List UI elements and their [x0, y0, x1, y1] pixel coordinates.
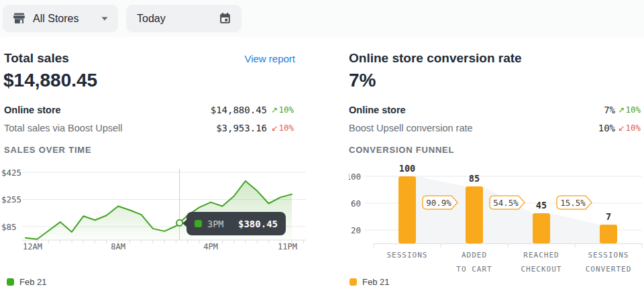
- conversion-rate-label: 90.9%: [426, 198, 451, 208]
- category-label: REACHED: [523, 251, 559, 259]
- conversion-rate-label: 54.5%: [493, 198, 519, 208]
- total-sales-title: Total sales: [4, 51, 69, 66]
- trend-up-icon: ↗: [271, 105, 278, 115]
- metric-delta: ↙10%: [267, 123, 294, 133]
- tooltip-value: $380.45: [226, 219, 278, 229]
- legend-label: Feb 21: [19, 277, 46, 287]
- date-filter-label: Today: [137, 13, 166, 25]
- metric-delta: ↗10%: [267, 105, 294, 115]
- y-axis-label: $85: [1, 222, 17, 232]
- conversion-rate-label: 15.5%: [560, 198, 586, 208]
- conversion-funnel-chart[interactable]: 100602010085457SESSIONSADDEDTO CARTREACH…: [349, 161, 644, 275]
- x-axis-label: 8AM: [111, 242, 125, 251]
- metric-row-boost-upsell: Total sales via Boost Upsell $3,953.16 ↙…: [4, 119, 294, 137]
- x-axis-label: 4PM: [203, 242, 218, 251]
- store-filter-label: All Stores: [33, 13, 78, 25]
- y-axis-label: 20: [351, 225, 361, 235]
- chevron-down-icon: [101, 16, 109, 21]
- metric-label: Total sales via Boost Upsell: [4, 123, 123, 133]
- funnel-wedge: [550, 213, 600, 243]
- y-axis-label: $255: [1, 194, 21, 205]
- conversion-title: Online store conversion rate: [349, 51, 522, 66]
- analytics-dashboard: All Stores Today: [0, 0, 644, 289]
- view-report-link[interactable]: View report: [244, 53, 295, 64]
- metric-row-boost-upsell-rate: Boost Upsell conversion rate 10% ↙10%: [349, 119, 641, 137]
- store-icon: [12, 11, 26, 25]
- legend-swatch-orange: [350, 278, 357, 286]
- conversion-funnel-heading: CONVERSION FUNNEL: [349, 145, 454, 155]
- total-sales-big-value: $14,880.45: [3, 70, 97, 91]
- funnel-bar-chart-svg: 100602010085457SESSIONSADDEDTO CARTREACH…: [349, 161, 644, 275]
- y-axis-label: $425: [1, 168, 21, 178]
- conversion-big-value: 7%: [349, 70, 376, 91]
- legend-swatch-green: [7, 278, 14, 286]
- tooltip-series-swatch: [195, 220, 202, 227]
- bar-value-label: 85: [469, 173, 480, 184]
- metric-row-online-store-rate: Online store 7% ↗10%: [349, 101, 641, 119]
- toolbar: All Stores Today: [0, 0, 644, 37]
- funnel-wedge: [416, 176, 466, 243]
- tooltip-time: 3PM: [207, 219, 223, 229]
- metric-value: $3,953.16: [216, 123, 267, 133]
- chart-tooltip: 3PM $380.45: [186, 212, 286, 235]
- funnel-legend: Feb 21: [350, 277, 389, 287]
- bar-value-label: 100: [399, 163, 415, 174]
- legend-label: Feb 21: [362, 277, 389, 287]
- bar-value-label: 7: [606, 211, 611, 222]
- metric-value: 10%: [598, 123, 615, 133]
- x-axis-label: 12AM: [23, 242, 42, 251]
- category-label: TO CART: [456, 265, 492, 274]
- metric-value: 7%: [604, 105, 615, 115]
- trend-down-icon: ↙: [618, 123, 625, 133]
- funnel-bar: [398, 176, 416, 243]
- metric-value: $14,880.45: [211, 105, 267, 115]
- date-filter-button[interactable]: Today: [126, 5, 241, 32]
- category-label: CHECKOUT: [521, 265, 562, 274]
- metric-delta: ↗10%: [615, 105, 641, 115]
- metric-label: Online store: [4, 105, 61, 115]
- sales-legend: Feb 21: [7, 277, 46, 287]
- category-label: CONVERTED: [586, 265, 632, 274]
- sales-over-time-heading: SALES OVER TIME: [4, 145, 91, 155]
- funnel-bar: [533, 213, 550, 243]
- funnel-bar: [600, 225, 617, 243]
- trend-down-icon: ↙: [271, 123, 278, 133]
- metric-label: Boost Upsell conversion rate: [349, 123, 473, 133]
- category-label: SESSIONS: [387, 251, 428, 259]
- metric-label: Online store: [349, 105, 406, 115]
- funnel-bar: [466, 186, 483, 243]
- bar-value-label: 45: [536, 200, 547, 211]
- trend-up-icon: ↗: [618, 105, 625, 115]
- sales-over-time-chart[interactable]: $425$255$8512AM8AM4PM11PM 3PM $380.45: [0, 166, 309, 255]
- y-axis-label: 60: [351, 198, 361, 209]
- calendar-icon: [218, 11, 232, 25]
- y-axis-label: 100: [349, 172, 361, 182]
- category-label: ADDED: [462, 251, 487, 259]
- sales-line-chart-svg: $425$255$8512AM8AM4PM11PM: [0, 166, 309, 255]
- metric-delta: ↙10%: [615, 123, 641, 133]
- category-label: SESSIONS: [588, 251, 629, 259]
- store-filter-button[interactable]: All Stores: [3, 5, 118, 32]
- funnel-wedge: [483, 186, 533, 243]
- hover-marker: [176, 220, 182, 226]
- metric-row-online-store: Online store $14,880.45 ↗10%: [4, 101, 294, 119]
- x-axis-label: 11PM: [278, 242, 297, 251]
